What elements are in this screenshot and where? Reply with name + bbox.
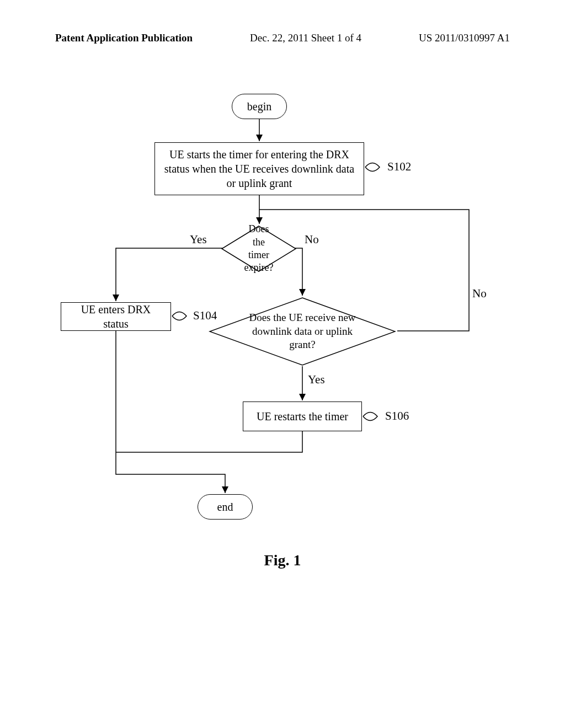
- edge-d1-yes: Yes: [190, 233, 207, 247]
- terminator-end: end: [198, 494, 253, 520]
- begin-text: begin: [247, 99, 271, 114]
- process-s106: UE restarts the timer: [243, 402, 362, 431]
- process-s104: UE enters DRX status: [61, 302, 171, 331]
- d1-text: Does the timer expire?: [221, 223, 297, 275]
- curly-icon: [364, 159, 386, 175]
- label-s106: S106: [385, 409, 409, 423]
- s106-text: UE restarts the timer: [257, 409, 348, 424]
- page-header: Patent Application Publication Dec. 22, …: [0, 32, 565, 44]
- figure-label: Fig. 1: [0, 552, 565, 569]
- edge-d2-no: No: [472, 287, 487, 301]
- d2-text: Does the UE receive new downlink data or…: [209, 311, 396, 352]
- header-center: Dec. 22, 2011 Sheet 1 of 4: [250, 32, 361, 44]
- curly-icon: [362, 408, 384, 425]
- s104-text: UE enters DRX status: [69, 302, 163, 331]
- end-text: end: [217, 500, 233, 514]
- decision-new-data: Does the UE receive new downlink data or…: [209, 297, 396, 366]
- edge-d2-yes: Yes: [308, 373, 325, 387]
- flowchart-diagram: begin UE starts the timer for entering t…: [0, 88, 565, 585]
- edge-d1-no: No: [305, 233, 319, 247]
- decision-timer-expire: Does the timer expire?: [221, 225, 297, 272]
- s102-text: UE starts the timer for entering the DRX…: [163, 147, 356, 190]
- process-s102: UE starts the timer for entering the DRX…: [154, 142, 364, 195]
- header-left: Patent Application Publication: [55, 32, 193, 44]
- label-s102: S102: [387, 160, 411, 174]
- terminator-begin: begin: [232, 94, 287, 119]
- header-right: US 2011/0310997 A1: [419, 32, 510, 44]
- curly-icon: [171, 308, 193, 324]
